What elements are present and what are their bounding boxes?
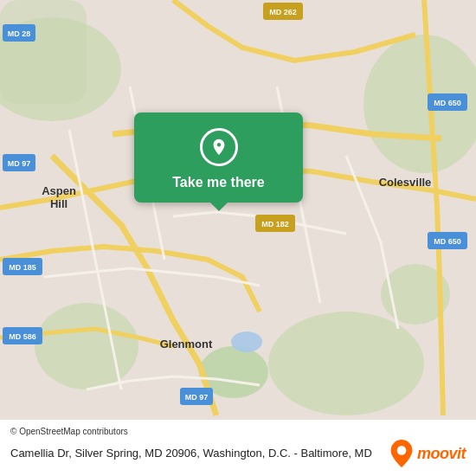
svg-rect-7 xyxy=(0,0,87,104)
address-row: Camellia Dr, Silver Spring, MD 20906, Wa… xyxy=(10,440,466,467)
svg-text:MD 97: MD 97 xyxy=(8,159,31,168)
svg-text:Hill: Hill xyxy=(50,197,68,210)
moovit-logo: moovit xyxy=(389,440,466,467)
svg-text:MD 97: MD 97 xyxy=(185,393,209,402)
location-pin-icon xyxy=(209,138,228,157)
bottom-bar: © OpenStreetMap contributors Camellia Dr… xyxy=(0,420,476,476)
svg-text:Glenmont: Glenmont xyxy=(160,338,213,351)
svg-point-3 xyxy=(268,312,424,415)
take-me-there-popup[interactable]: Take me there xyxy=(134,113,303,203)
svg-point-4 xyxy=(35,303,138,389)
moovit-pin-icon xyxy=(389,440,414,467)
address-text: Camellia Dr, Silver Spring, MD 20906, Wa… xyxy=(10,446,381,461)
svg-point-8 xyxy=(231,331,262,352)
svg-text:Colesville: Colesville xyxy=(379,176,432,189)
map-background: MD 28 MD 97 MD 182 MD 182 MD 262 MD 650 … xyxy=(0,0,476,476)
map-container: MD 28 MD 97 MD 182 MD 182 MD 262 MD 650 … xyxy=(0,0,476,476)
svg-text:MD 28: MD 28 xyxy=(8,29,31,38)
svg-text:MD 586: MD 586 xyxy=(9,332,36,341)
svg-text:MD 262: MD 262 xyxy=(269,8,297,16)
attribution-text: © OpenStreetMap contributors xyxy=(10,427,128,436)
location-icon-circle xyxy=(200,128,238,166)
svg-text:MD 650: MD 650 xyxy=(434,237,461,246)
svg-text:Aspen: Aspen xyxy=(42,184,76,197)
svg-text:MD 185: MD 185 xyxy=(9,263,36,272)
svg-text:MD 182: MD 182 xyxy=(261,220,289,228)
svg-point-33 xyxy=(397,446,407,455)
take-me-there-button[interactable]: Take me there xyxy=(172,175,264,190)
moovit-brand-text: moovit xyxy=(417,445,466,463)
attribution: © OpenStreetMap contributors xyxy=(10,427,466,436)
svg-text:MD 650: MD 650 xyxy=(434,99,461,107)
